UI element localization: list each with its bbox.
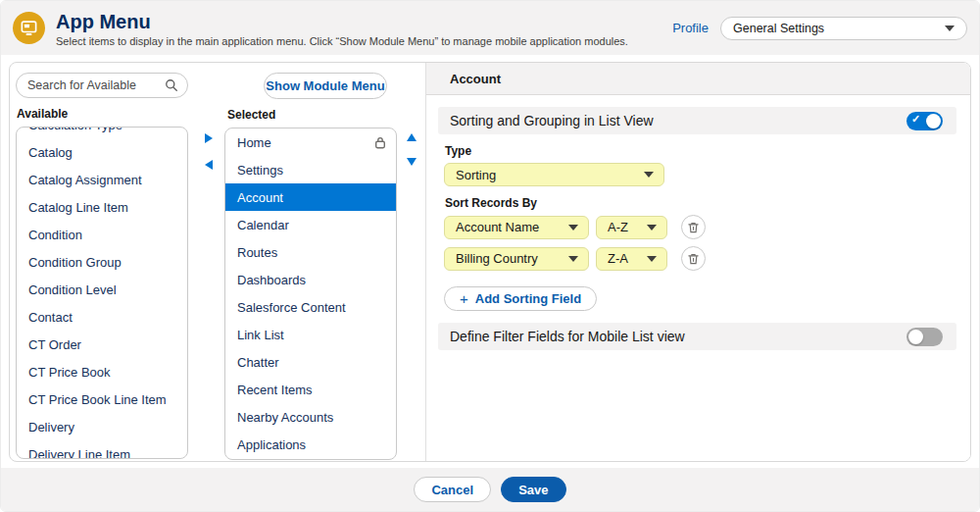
list-item[interactable]: Home (225, 128, 396, 156)
list-item-label: Catalog Line Item (28, 200, 128, 215)
transfer-arrows (194, 63, 222, 461)
sorting-toggle[interactable]: ✓ (906, 112, 943, 130)
trash-icon (688, 222, 699, 233)
sort-field-value: Billing Country (456, 251, 538, 266)
list-item[interactable]: Delivery Line Item (17, 440, 187, 459)
type-select-value: Sorting (456, 168, 496, 182)
filter-section-title: Define Filter Fields for Mobile List vie… (450, 329, 685, 344)
footer-bar: Cancel Save (1, 468, 979, 511)
list-item[interactable]: Salesforce Content (225, 293, 396, 321)
header-left: App Menu Select items to display in the … (13, 10, 628, 47)
chevron-down-icon (644, 172, 654, 178)
list-item[interactable]: Routes (225, 238, 396, 266)
list-item[interactable]: Chatter (225, 348, 396, 376)
list-item-label: Nearby Accounts (237, 410, 333, 425)
list-item-label: Home (237, 135, 271, 150)
list-item-label: Applications (237, 437, 306, 452)
search-input[interactable] (27, 78, 165, 92)
sort-direction-value: A-Z (608, 220, 628, 234)
list-item[interactable]: Catalog Assignment (17, 166, 187, 193)
available-list: Calculation TypeCatalogCatalog Assignmen… (16, 127, 188, 459)
trash-icon (688, 253, 699, 265)
plus-icon: + (460, 291, 468, 306)
toggle-knob (926, 114, 941, 128)
sort-field-value: Account Name (456, 220, 539, 234)
chevron-down-icon (945, 26, 955, 31)
list-item-label: Settings (237, 163, 283, 178)
sort-field-select[interactable]: Account Name (444, 216, 589, 239)
sort-field-select[interactable]: Billing Country (444, 247, 589, 271)
list-item-label: Dashboards (237, 273, 306, 287)
list-item[interactable]: Applications (225, 431, 396, 458)
list-item[interactable]: Nearby Accounts (225, 403, 396, 431)
show-module-menu-button[interactable]: Show Module Menu (264, 73, 387, 99)
detail-body: Sorting and Grouping in List View ✓ Type… (426, 95, 970, 350)
type-label: Type (445, 144, 956, 158)
list-item[interactable]: Condition Group (17, 248, 187, 276)
list-item[interactable]: Calendar (225, 211, 396, 238)
available-label: Available (17, 107, 194, 121)
filter-section-bar: Define Filter Fields for Mobile List vie… (438, 323, 956, 350)
sort-direction-value: Z-A (608, 251, 628, 266)
list-item[interactable]: Catalog (17, 138, 187, 166)
move-right-button[interactable] (205, 133, 213, 143)
delete-sort-rule-button[interactable] (681, 246, 706, 271)
list-item-label: Calculation Type (28, 127, 122, 132)
page-title: App Menu (56, 11, 628, 32)
list-item-label: Condition Group (28, 255, 122, 270)
chevron-down-icon (568, 225, 578, 230)
sorting-section-title: Sorting and Grouping in List View (450, 113, 654, 128)
header-right: Profile General Settings (672, 17, 967, 40)
list-item[interactable]: CT Price Book (17, 358, 187, 385)
sort-records-by-label: Sort Records By (445, 196, 956, 210)
list-item[interactable]: Delivery (17, 413, 187, 440)
list-item-label: CT Order (28, 337, 81, 352)
sort-direction-select[interactable]: Z-A (596, 247, 667, 271)
cancel-button[interactable]: Cancel (414, 477, 491, 502)
list-item[interactable]: Dashboards (225, 266, 396, 293)
search-box[interactable] (16, 73, 188, 98)
move-up-button[interactable] (407, 133, 416, 141)
list-item[interactable]: Recent Items (225, 376, 396, 403)
list-item[interactable]: Condition Level (17, 276, 187, 303)
detail-panel: Account Sorting and Grouping in List Vie… (425, 63, 970, 461)
list-item[interactable]: CT Price Book Line Item (17, 385, 187, 413)
list-item[interactable]: Settings (225, 156, 396, 183)
list-item-label: Delivery Line Item (28, 447, 130, 460)
page-subtitle: Select items to display in the main appl… (56, 35, 628, 47)
list-item[interactable]: Contact (17, 303, 187, 331)
save-button[interactable]: Save (501, 477, 565, 502)
add-sorting-field-button[interactable]: + Add Sorting Field (444, 286, 597, 311)
add-sorting-field-label: Add Sorting Field (475, 291, 581, 306)
list-item-label: Account (237, 190, 283, 205)
list-item-label: Chatter (237, 355, 279, 370)
app-menu-desktop-icon (13, 12, 45, 44)
list-item[interactable]: Account (225, 183, 396, 211)
move-left-button[interactable] (205, 160, 213, 170)
chevron-down-icon (647, 256, 657, 262)
sort-direction-select[interactable]: A-Z (596, 216, 667, 239)
sort-rule-row: Billing Country Z-A (444, 246, 956, 271)
list-item-label: Catalog (28, 145, 73, 160)
list-item[interactable]: Link List (225, 321, 396, 348)
reorder-arrows (397, 63, 425, 461)
filter-toggle[interactable] (906, 328, 943, 346)
app-menu-page: App Menu Select items to display in the … (0, 0, 980, 512)
list-item[interactable]: Calculation Type (17, 127, 187, 138)
chevron-down-icon (647, 225, 657, 230)
page-header: App Menu Select items to display in the … (1, 1, 979, 55)
delete-sort-rule-button[interactable] (681, 215, 706, 239)
chevron-down-icon (568, 256, 578, 262)
header-text: App Menu Select items to display in the … (56, 10, 628, 47)
profile-select[interactable]: General Settings (720, 17, 967, 40)
selected-label: Selected (227, 108, 397, 122)
move-down-button[interactable] (407, 158, 416, 166)
type-select[interactable]: Sorting (444, 163, 664, 186)
list-item-label: Delivery (28, 420, 74, 435)
lock-icon (374, 136, 386, 149)
list-item-label: Link List (237, 328, 284, 342)
list-item[interactable]: Condition (17, 221, 187, 248)
list-item[interactable]: CT Order (17, 331, 187, 358)
list-item[interactable]: Catalog Line Item (17, 193, 187, 221)
list-item-label: Condition (28, 228, 82, 242)
